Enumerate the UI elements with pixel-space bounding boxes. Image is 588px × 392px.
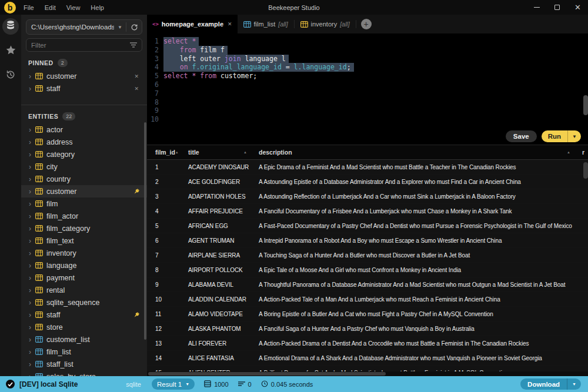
line-number: 9 <box>147 106 161 115</box>
line-number: 1 <box>147 37 161 46</box>
cell-film-id: 5 <box>147 219 180 233</box>
table-row[interactable]: 2ACE GOLDFINGERA Astounding Epistle of a… <box>147 175 588 189</box>
chevron-right-icon: › <box>29 361 35 368</box>
line-number: 6 <box>147 81 161 89</box>
entity-item-film_text[interactable]: ›film_text <box>21 234 147 247</box>
entity-item-film_list[interactable]: ›film_list <box>21 346 147 358</box>
table-row[interactable]: 13ALI FOREVERA Action-Packed Drama of a … <box>147 336 588 351</box>
unpin-icon[interactable]: ✕ <box>134 86 139 92</box>
entity-item-store[interactable]: ›store <box>21 321 147 333</box>
minimize-button[interactable] <box>526 0 547 15</box>
cell-title: AFFAIR PREJUDICE <box>180 204 250 218</box>
table-row[interactable]: 9ALABAMA DEVILA Thoughtful Panorama of a… <box>147 277 588 292</box>
entity-item-country[interactable]: ›country <box>21 173 147 185</box>
table-row[interactable]: 7AIRPLANE SIERRAA Touching Saga of a Hun… <box>147 248 588 263</box>
entity-item-staff_list[interactable]: ›staff_list <box>21 358 147 370</box>
editor-scrollbar[interactable] <box>583 95 588 115</box>
run-options-caret[interactable]: ▼ <box>568 134 581 139</box>
entity-item-customer_list[interactable]: ›customer_list <box>21 333 147 346</box>
tab-inventory[interactable]: inventory[all] <box>295 15 356 33</box>
history-nav-button[interactable] <box>2 68 19 84</box>
entity-item-address[interactable]: ›address <box>21 136 147 148</box>
code-line: select * <box>163 37 588 46</box>
results-horizontal-scrollbar[interactable] <box>147 371 588 376</box>
menu-help[interactable]: Help <box>85 4 109 11</box>
column-header-r[interactable]: r <box>574 145 588 159</box>
maximize-button[interactable] <box>547 0 567 15</box>
sql-editor[interactable]: 12345678910 select * from film f left ou… <box>147 33 588 128</box>
tab-bar: <>homepage_example✕film_list[all]invento… <box>147 15 588 33</box>
menu-file[interactable]: File <box>18 4 39 11</box>
close-tab-icon[interactable]: ✕ <box>228 21 232 27</box>
tab-homepage_example[interactable]: <>homepage_example✕ <box>147 15 238 33</box>
table-row[interactable]: 1ACADEMY DINOSAURA Epic Drama of a Femin… <box>147 160 588 175</box>
tab-film_list[interactable]: film_list[all] <box>238 15 294 33</box>
pinned-item-staff[interactable]: ›staff✕ <box>21 82 147 95</box>
table-row[interactable]: 6AGENT TRUMANA Intrepid Panorama of a Ro… <box>147 233 588 248</box>
sort-icon[interactable]: ▲ <box>175 150 179 154</box>
run-button[interactable]: Run ▼ <box>542 130 581 142</box>
pinned-label: PINNED <box>28 59 54 66</box>
horizontal-scroll-thumb[interactable] <box>148 372 386 376</box>
sort-icon[interactable]: ▲ <box>243 150 247 154</box>
entity-item-sales_by_store[interactable]: ›sales_by_store <box>21 370 147 376</box>
cell-title: AFRICAN EGG <box>180 219 250 233</box>
chevron-right-icon: › <box>29 324 35 331</box>
filter-icon[interactable] <box>125 42 142 48</box>
table-row[interactable]: 5AFRICAN EGGA Fast-Paced Documentary of … <box>147 219 588 233</box>
download-options-caret[interactable]: ▼ <box>567 382 581 386</box>
entity-item-category[interactable]: ›category <box>21 148 147 160</box>
sidebar-scrollbar[interactable] <box>144 122 146 340</box>
entity-item-sqlite_sequence[interactable]: ›sqlite_sequence <box>21 296 147 309</box>
entity-item-rental[interactable]: ›rental <box>21 284 147 296</box>
menu-edit[interactable]: Edit <box>39 4 61 11</box>
sort-icon[interactable]: ▲ <box>567 150 570 154</box>
table-row[interactable]: 14ALICE FANTASIAA Emotional Drama of a A… <box>147 351 588 366</box>
close-button[interactable]: ✕ <box>567 0 588 15</box>
table-row[interactable]: 12ALASKA PHANTOMA Fanciful Saga of a Hun… <box>147 321 588 336</box>
download-button[interactable]: Download ▼ <box>520 378 581 390</box>
entities-section-header: ENTITIES 22 <box>21 112 147 120</box>
entity-item-label: film_actor <box>46 212 78 220</box>
table-row[interactable]: 8AIRPORT POLLOCKA Epic Tale of a Moose A… <box>147 263 588 277</box>
table-row[interactable]: 11ALAMO VIDEOTAPEA Boring Epistle of a B… <box>147 307 588 321</box>
result-selector[interactable]: Result 1 ▼ <box>152 378 195 390</box>
entity-item-inventory[interactable]: ›inventory <box>21 247 147 259</box>
entity-item-customer[interactable]: ›customer <box>21 185 147 197</box>
results-vertical-scrollbar[interactable] <box>583 162 588 179</box>
entity-item-film[interactable]: ›film <box>21 197 147 210</box>
menu-view[interactable]: View <box>61 4 86 11</box>
pin-icon[interactable] <box>133 188 140 195</box>
chevron-right-icon: › <box>29 250 35 257</box>
clock-icon <box>261 380 268 388</box>
refresh-button[interactable] <box>126 24 142 31</box>
table-row[interactable]: 3ADAPTATION HOLESA Astounding Reflection… <box>147 189 588 204</box>
table-row[interactable]: 4AFFAIR PREJUDICEA Fanciful Documentary … <box>147 204 588 219</box>
code-line: left outer join language l <box>163 55 588 63</box>
entity-item-language[interactable]: ›language <box>21 259 147 272</box>
entity-item-city[interactable]: ›city <box>21 160 147 173</box>
chevron-right-icon: › <box>29 126 35 133</box>
entity-item-staff[interactable]: ›staff <box>21 309 147 321</box>
entity-item-film_actor[interactable]: ›film_actor <box>21 210 147 222</box>
table-row[interactable]: 10ALADDIN CALENDARA Action-Packed Tale o… <box>147 292 588 307</box>
table-icon <box>35 200 46 207</box>
cell-description: A Action-Packed Tale of a Man And a Lumb… <box>250 292 574 306</box>
unpin-icon[interactable]: ✕ <box>134 73 139 79</box>
entity-item-film_category[interactable]: ›film_category <box>21 222 147 234</box>
cell-title: ALICE FANTASIA <box>180 351 250 365</box>
connection-dropdown[interactable]: C:\Users\ghstng\Downloads ▼ <box>26 19 142 35</box>
column-header-description[interactable]: description▲ <box>250 145 574 159</box>
pinned-item-customer[interactable]: ›customer✕ <box>21 70 147 82</box>
favorites-nav-button[interactable] <box>2 43 19 59</box>
save-button[interactable]: Save <box>506 130 537 142</box>
pin-icon[interactable] <box>133 311 140 319</box>
dialect-label: sqlite <box>126 381 141 388</box>
database-nav-button[interactable] <box>2 18 19 35</box>
column-header-title[interactable]: title▲ <box>180 145 250 159</box>
column-header-film_id[interactable]: film_id▲ <box>147 145 180 159</box>
entity-item-actor[interactable]: ›actor <box>21 123 147 136</box>
entity-item-payment[interactable]: ›payment <box>21 272 147 284</box>
new-tab-button[interactable]: + <box>361 19 372 29</box>
filter-input[interactable] <box>26 42 125 49</box>
